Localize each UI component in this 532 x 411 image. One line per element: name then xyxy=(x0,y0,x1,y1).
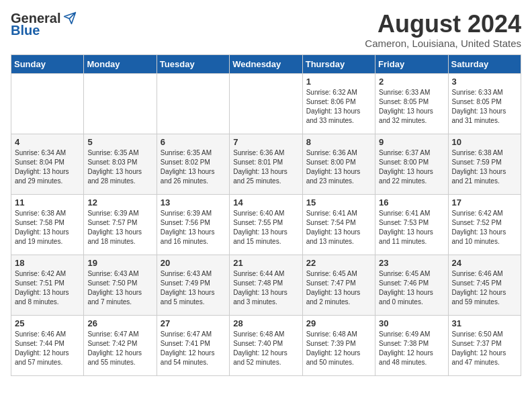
day-number: 12 xyxy=(87,197,152,208)
day-info: Sunrise: 6:36 AM Sunset: 8:01 PM Dayligh… xyxy=(233,148,298,186)
calendar-cell: 16Sunrise: 6:41 AM Sunset: 7:53 PM Dayli… xyxy=(375,194,448,255)
day-info: Sunrise: 6:47 AM Sunset: 7:42 PM Dayligh… xyxy=(87,330,152,367)
title-block: August 2024 Cameron, Louisiana, United S… xyxy=(365,11,521,49)
calendar-cell: 11Sunrise: 6:38 AM Sunset: 7:58 PM Dayli… xyxy=(11,194,84,255)
day-number: 27 xyxy=(161,318,226,328)
day-number: 4 xyxy=(15,137,80,147)
weekday-header: Wednesday xyxy=(230,54,302,73)
calendar-cell: 18Sunrise: 6:42 AM Sunset: 7:51 PM Dayli… xyxy=(11,255,84,315)
calendar-cell: 3Sunrise: 6:33 AM Sunset: 8:05 PM Daylig… xyxy=(448,73,521,134)
day-number: 20 xyxy=(161,258,226,268)
calendar-cell: 22Sunrise: 6:45 AM Sunset: 7:47 PM Dayli… xyxy=(302,255,375,315)
calendar-cell: 8Sunrise: 6:36 AM Sunset: 8:00 PM Daylig… xyxy=(302,134,375,194)
day-info: Sunrise: 6:43 AM Sunset: 7:49 PM Dayligh… xyxy=(161,269,226,307)
weekday-header: Monday xyxy=(84,54,157,73)
day-number: 3 xyxy=(452,77,517,87)
calendar-table: SundayMondayTuesdayWednesdayThursdayFrid… xyxy=(11,54,521,376)
calendar-cell: 15Sunrise: 6:41 AM Sunset: 7:54 PM Dayli… xyxy=(302,194,375,255)
day-number: 16 xyxy=(379,197,444,208)
calendar-cell: 2Sunrise: 6:33 AM Sunset: 8:05 PM Daylig… xyxy=(375,73,448,134)
calendar-week-row: 25Sunrise: 6:46 AM Sunset: 7:44 PM Dayli… xyxy=(11,315,521,375)
calendar-cell: 26Sunrise: 6:47 AM Sunset: 7:42 PM Dayli… xyxy=(84,315,157,375)
day-number: 15 xyxy=(306,197,371,208)
calendar-cell: 14Sunrise: 6:40 AM Sunset: 7:55 PM Dayli… xyxy=(230,194,302,255)
logo: General Blue xyxy=(11,11,77,38)
day-number: 17 xyxy=(452,197,517,208)
logo-bird-icon xyxy=(63,11,77,25)
day-number: 1 xyxy=(306,77,371,87)
day-number: 30 xyxy=(379,318,444,328)
day-info: Sunrise: 6:35 AM Sunset: 8:03 PM Dayligh… xyxy=(87,148,152,186)
calendar-cell: 25Sunrise: 6:46 AM Sunset: 7:44 PM Dayli… xyxy=(11,315,84,375)
calendar-header-row: SundayMondayTuesdayWednesdayThursdayFrid… xyxy=(11,54,521,73)
day-number: 24 xyxy=(452,258,517,268)
calendar-cell: 27Sunrise: 6:47 AM Sunset: 7:41 PM Dayli… xyxy=(157,315,229,375)
day-info: Sunrise: 6:43 AM Sunset: 7:50 PM Dayligh… xyxy=(87,269,152,307)
day-number: 9 xyxy=(379,137,444,147)
day-number: 10 xyxy=(452,137,517,147)
day-info: Sunrise: 6:33 AM Sunset: 8:05 PM Dayligh… xyxy=(379,88,444,126)
calendar-cell: 30Sunrise: 6:49 AM Sunset: 7:38 PM Dayli… xyxy=(375,315,448,375)
day-info: Sunrise: 6:46 AM Sunset: 7:44 PM Dayligh… xyxy=(15,330,80,367)
calendar-cell xyxy=(230,73,302,134)
day-info: Sunrise: 6:45 AM Sunset: 7:47 PM Dayligh… xyxy=(306,269,371,307)
weekday-header: Tuesday xyxy=(157,54,229,73)
day-info: Sunrise: 6:44 AM Sunset: 7:48 PM Dayligh… xyxy=(233,269,298,307)
page-subtitle: Cameron, Louisiana, United States xyxy=(365,38,521,49)
day-info: Sunrise: 6:38 AM Sunset: 7:59 PM Dayligh… xyxy=(452,148,517,186)
day-number: 26 xyxy=(87,318,152,328)
page-header: General Blue August 2024 Cameron, Louisi… xyxy=(11,11,521,49)
day-number: 11 xyxy=(15,197,80,208)
day-number: 18 xyxy=(15,258,80,268)
calendar-cell: 19Sunrise: 6:43 AM Sunset: 7:50 PM Dayli… xyxy=(84,255,157,315)
calendar-cell: 31Sunrise: 6:50 AM Sunset: 7:37 PM Dayli… xyxy=(448,315,521,375)
weekday-header: Friday xyxy=(375,54,448,73)
day-number: 22 xyxy=(306,258,371,268)
day-info: Sunrise: 6:45 AM Sunset: 7:46 PM Dayligh… xyxy=(379,269,444,307)
day-number: 7 xyxy=(233,137,298,147)
day-number: 13 xyxy=(161,197,226,208)
day-number: 23 xyxy=(379,258,444,268)
day-info: Sunrise: 6:47 AM Sunset: 7:41 PM Dayligh… xyxy=(161,330,226,367)
day-info: Sunrise: 6:41 AM Sunset: 7:53 PM Dayligh… xyxy=(379,209,444,246)
calendar-cell: 21Sunrise: 6:44 AM Sunset: 7:48 PM Dayli… xyxy=(230,255,302,315)
calendar-cell xyxy=(84,73,157,134)
day-info: Sunrise: 6:34 AM Sunset: 8:04 PM Dayligh… xyxy=(15,148,80,186)
calendar-week-row: 18Sunrise: 6:42 AM Sunset: 7:51 PM Dayli… xyxy=(11,255,521,315)
day-number: 2 xyxy=(379,77,444,87)
calendar-cell: 6Sunrise: 6:35 AM Sunset: 8:02 PM Daylig… xyxy=(157,134,229,194)
weekday-header: Saturday xyxy=(448,54,521,73)
weekday-header: Thursday xyxy=(302,54,375,73)
day-number: 5 xyxy=(87,137,152,147)
calendar-week-row: 11Sunrise: 6:38 AM Sunset: 7:58 PM Dayli… xyxy=(11,194,521,255)
calendar-cell: 29Sunrise: 6:48 AM Sunset: 7:39 PM Dayli… xyxy=(302,315,375,375)
day-number: 25 xyxy=(15,318,80,328)
page-title: August 2024 xyxy=(365,11,521,38)
calendar-cell: 10Sunrise: 6:38 AM Sunset: 7:59 PM Dayli… xyxy=(448,134,521,194)
day-info: Sunrise: 6:48 AM Sunset: 7:40 PM Dayligh… xyxy=(233,330,298,367)
calendar-cell: 23Sunrise: 6:45 AM Sunset: 7:46 PM Dayli… xyxy=(375,255,448,315)
day-number: 19 xyxy=(87,258,152,268)
calendar-cell: 12Sunrise: 6:39 AM Sunset: 7:57 PM Dayli… xyxy=(84,194,157,255)
day-info: Sunrise: 6:38 AM Sunset: 7:58 PM Dayligh… xyxy=(15,209,80,246)
day-info: Sunrise: 6:49 AM Sunset: 7:38 PM Dayligh… xyxy=(379,330,444,367)
calendar-cell: 24Sunrise: 6:46 AM Sunset: 7:45 PM Dayli… xyxy=(448,255,521,315)
logo-blue: Blue xyxy=(11,23,40,38)
calendar-cell: 7Sunrise: 6:36 AM Sunset: 8:01 PM Daylig… xyxy=(230,134,302,194)
day-info: Sunrise: 6:37 AM Sunset: 8:00 PM Dayligh… xyxy=(379,148,444,186)
day-info: Sunrise: 6:40 AM Sunset: 7:55 PM Dayligh… xyxy=(233,209,298,246)
calendar-week-row: 1Sunrise: 6:32 AM Sunset: 8:06 PM Daylig… xyxy=(11,73,521,134)
day-info: Sunrise: 6:42 AM Sunset: 7:52 PM Dayligh… xyxy=(452,209,517,246)
day-number: 6 xyxy=(161,137,226,147)
day-info: Sunrise: 6:33 AM Sunset: 8:05 PM Dayligh… xyxy=(452,88,517,126)
calendar-cell: 1Sunrise: 6:32 AM Sunset: 8:06 PM Daylig… xyxy=(302,73,375,134)
day-info: Sunrise: 6:32 AM Sunset: 8:06 PM Dayligh… xyxy=(306,88,371,126)
day-number: 31 xyxy=(452,318,517,328)
day-info: Sunrise: 6:35 AM Sunset: 8:02 PM Dayligh… xyxy=(161,148,226,186)
calendar-cell xyxy=(157,73,229,134)
calendar-cell: 5Sunrise: 6:35 AM Sunset: 8:03 PM Daylig… xyxy=(84,134,157,194)
day-number: 21 xyxy=(233,258,298,268)
day-info: Sunrise: 6:46 AM Sunset: 7:45 PM Dayligh… xyxy=(452,269,517,307)
day-info: Sunrise: 6:36 AM Sunset: 8:00 PM Dayligh… xyxy=(306,148,371,186)
calendar-cell: 4Sunrise: 6:34 AM Sunset: 8:04 PM Daylig… xyxy=(11,134,84,194)
